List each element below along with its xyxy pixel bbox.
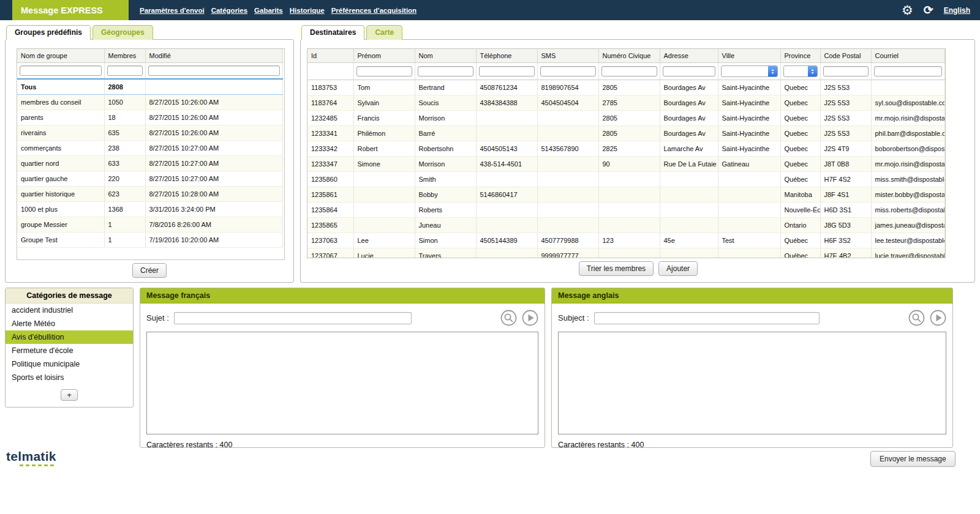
filter-select[interactable]: ▲▼ xyxy=(721,65,778,77)
add-category-button[interactable]: + xyxy=(61,389,78,401)
filter-input[interactable] xyxy=(663,66,715,76)
recipient-row[interactable]: 1237063LeeSimon4505144389450777998812345… xyxy=(307,233,944,248)
group-row[interactable]: Tous2808 xyxy=(17,79,283,95)
column-header[interactable]: Courriel xyxy=(871,49,944,63)
column-header[interactable]: Id xyxy=(307,49,353,63)
group-row[interactable]: 1000 et plus13683/31/2016 3:24:00 PM xyxy=(17,202,283,217)
settings-gear-icon[interactable]: ⚙ xyxy=(902,4,913,17)
nav-link[interactable]: Catégories xyxy=(211,7,247,14)
group-row[interactable]: quartier nord6338/27/2015 10:27:00 AM xyxy=(17,156,283,171)
filter-input[interactable] xyxy=(20,65,102,76)
play-icon[interactable] xyxy=(930,310,946,326)
group-row[interactable]: membres du conseil10508/27/2015 10:26:00… xyxy=(17,95,283,110)
create-group-button[interactable]: Créer xyxy=(132,263,167,278)
filter-input[interactable] xyxy=(356,66,412,76)
column-header[interactable]: Membres xyxy=(104,49,145,63)
filter-input[interactable] xyxy=(148,65,281,76)
magnifier-icon[interactable] xyxy=(500,310,517,326)
select-stepper-icon: ▲▼ xyxy=(808,66,817,76)
groups-table: Nom de groupeMembresModifiéTous2808membr… xyxy=(17,48,285,260)
english-panel-title: Message anglais xyxy=(552,288,952,304)
column-header[interactable]: Modifié xyxy=(145,49,283,63)
filter-input[interactable] xyxy=(601,66,657,76)
group-row[interactable]: Groupe Test17/19/2016 10:20:00 AM xyxy=(17,233,283,248)
group-row[interactable]: parents188/27/2015 10:26:00 AM xyxy=(17,110,283,125)
english-message-textarea[interactable] xyxy=(558,332,946,434)
select-stepper-icon: ▲▼ xyxy=(768,66,777,76)
recipient-row[interactable]: 1235861Bobby5146860417ManitobaJ8F 4S1mis… xyxy=(307,187,944,203)
filter-input[interactable] xyxy=(418,66,473,76)
column-header[interactable]: Code Postal xyxy=(820,49,871,63)
tab-groups[interactable]: Géogroupes xyxy=(92,25,153,40)
topbar: Message EXPRESS Paramètres d'envoiCatégo… xyxy=(0,0,980,20)
french-chars-remaining: Caractères restants : 400 xyxy=(146,441,538,449)
filter-input[interactable] xyxy=(479,66,535,76)
category-item[interactable]: accident industriel xyxy=(6,304,133,317)
column-header[interactable]: Prénom xyxy=(353,49,415,63)
nav-link[interactable]: Préférences d'acquisition xyxy=(331,7,417,14)
filter-input[interactable] xyxy=(107,65,143,76)
category-item[interactable]: Fermeture d'école xyxy=(6,344,133,357)
french-message-panel: Message français Sujet : Caractères rest… xyxy=(140,288,545,448)
french-panel-title: Message français xyxy=(140,288,545,304)
add-recipient-button[interactable]: Ajouter xyxy=(658,261,698,276)
magnifier-icon[interactable] xyxy=(908,310,925,326)
recipient-row[interactable]: 1235865JuneauOntarioJ8G 5D3james.juneau@… xyxy=(307,218,944,233)
category-item[interactable]: Avis d'ébullition xyxy=(6,330,133,344)
send-message-button[interactable]: Envoyer le message xyxy=(870,451,956,467)
column-header[interactable]: Ville xyxy=(718,49,780,63)
nav-link[interactable]: Historique xyxy=(290,7,325,14)
recipients-tabs: DestinatairesCarte xyxy=(301,25,402,40)
category-item[interactable]: Sports et loisirs xyxy=(6,371,133,384)
filter-input[interactable] xyxy=(823,66,869,76)
column-header[interactable]: SMS xyxy=(537,49,598,63)
column-header[interactable]: Nom de groupe xyxy=(17,49,104,63)
tab-recipients[interactable]: Destinataires xyxy=(301,25,364,40)
group-row[interactable]: groupe Messier17/8/2016 8:26:00 AM xyxy=(17,217,283,233)
nav-link[interactable]: Gabarits xyxy=(254,7,283,14)
topbar-right: ⚙ ⟳ English xyxy=(902,4,970,17)
language-link[interactable]: English xyxy=(944,6,970,15)
filter-input[interactable] xyxy=(874,66,942,76)
column-header[interactable]: Adresse xyxy=(660,49,718,63)
categories-title: Catégories de message xyxy=(6,288,133,304)
column-header[interactable]: Province xyxy=(780,49,820,63)
recipient-row[interactable]: 1233342RobertRobertsohn45045051435143567… xyxy=(307,141,944,157)
nav-link[interactable]: Paramètres d'envoi xyxy=(140,7,205,14)
filter-select[interactable]: ▲▼ xyxy=(783,65,818,77)
group-row[interactable]: riverains6358/27/2015 10:26:00 AM xyxy=(17,125,283,141)
recipient-row[interactable]: 1233341PhilémonBarré2805Bourdages AvSain… xyxy=(307,126,944,141)
sort-members-button[interactable]: Trier les membres xyxy=(579,261,654,276)
recipients-table: IdPrénomNomTéléphoneSMSNuméro CiviqueAdr… xyxy=(307,48,946,258)
column-header[interactable]: Téléphone xyxy=(476,49,537,63)
recipient-row[interactable]: 1237067LucieTravers9999977777QuébecH7E 4… xyxy=(307,248,944,259)
recipient-row[interactable]: 1183753TomBertrand4508761234819890765428… xyxy=(307,80,944,95)
column-header[interactable]: Numéro Civique xyxy=(598,49,660,63)
refresh-sync-icon[interactable]: ⟳ xyxy=(924,4,933,16)
recipient-row[interactable]: 1235864RobertsNouvelle-ÉcosseH6D 3S1miss… xyxy=(307,203,944,218)
english-subject-label: Subject : xyxy=(558,313,589,322)
telmatik-logo-text: telmatik xyxy=(6,449,56,464)
group-row[interactable]: quartier gauche2208/27/2015 10:27:00 AM xyxy=(17,171,283,187)
french-subject-input[interactable] xyxy=(174,312,412,324)
filter-input[interactable] xyxy=(540,66,596,76)
recipient-row[interactable]: 1183764SylvainSoucis43843843884504504504… xyxy=(307,95,944,111)
groups-tabs: Groupes prédéfinisGéogroupes xyxy=(6,25,153,40)
recipient-row[interactable]: 1232485FrancisMorrison2805Bourdages AvSa… xyxy=(307,111,944,126)
recipient-row[interactable]: 1233347SimoneMorrison438-514-450190Rue D… xyxy=(307,157,944,172)
french-message-textarea[interactable] xyxy=(146,332,538,434)
recipient-row[interactable]: 1235860SmithQuébecH7F 4S2miss.smith@disp… xyxy=(307,172,944,187)
tab-recipients[interactable]: Carte xyxy=(366,25,402,40)
play-icon[interactable] xyxy=(522,310,538,326)
category-item[interactable]: Alerte Météo xyxy=(6,317,133,330)
column-header[interactable]: Nom xyxy=(415,49,476,63)
groups-panel: Nom de groupeMembresModifiéTous2808membr… xyxy=(5,39,294,283)
english-message-panel: Message anglais Subject : Caractères res… xyxy=(551,288,953,448)
recipients-panel: IdPrénomNomTéléphoneSMSNuméro CiviqueAdr… xyxy=(300,39,975,283)
tab-groups[interactable]: Groupes prédéfinis xyxy=(6,25,91,40)
english-subject-input[interactable] xyxy=(594,312,820,324)
group-row[interactable]: commerçants2388/27/2015 10:27:00 AM xyxy=(17,141,283,156)
categories-panel: Catégories de message accident industrie… xyxy=(5,288,134,408)
category-item[interactable]: Politique municipale xyxy=(6,357,133,371)
group-row[interactable]: quartier historique6238/27/2015 10:28:00… xyxy=(17,187,283,202)
